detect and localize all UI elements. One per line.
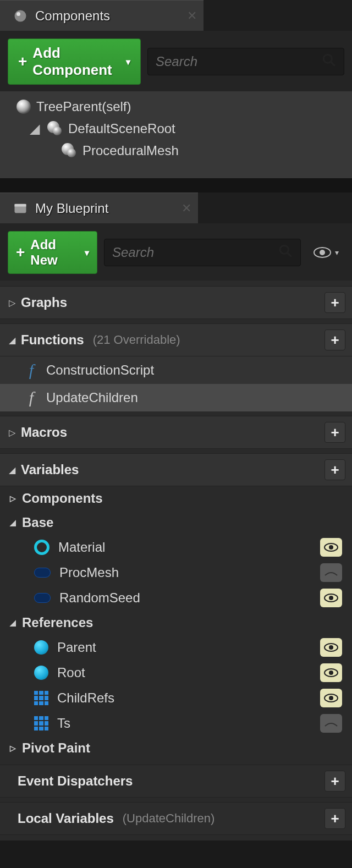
visibility-toggle[interactable] bbox=[320, 638, 342, 657]
variable-label: Ts bbox=[57, 716, 70, 731]
blueprint-search-input[interactable] bbox=[112, 245, 278, 260]
visibility-toggle[interactable] bbox=[320, 589, 342, 607]
category-label: Pivot Paint bbox=[22, 740, 90, 756]
variable-type-icon bbox=[34, 568, 51, 578]
category-label: Components bbox=[22, 491, 103, 506]
visibility-toggle[interactable] bbox=[320, 689, 342, 707]
functions-subtitle: (21 Overridable) bbox=[93, 333, 180, 347]
blueprint-body: ▷ Graphs + ◢ Functions (21 Overridable) … bbox=[0, 286, 352, 840]
local-variables-subtitle: (UpdateChildren) bbox=[123, 811, 215, 826]
add-new-label: Add New bbox=[30, 237, 76, 268]
function-label: UpdateChildren bbox=[46, 390, 138, 405]
variable-procmesh[interactable]: ProcMesh bbox=[0, 560, 352, 585]
components-tab[interactable]: Components ✕ bbox=[0, 0, 204, 31]
actor-icon bbox=[16, 100, 31, 114]
close-icon[interactable]: ✕ bbox=[182, 201, 191, 216]
caret-down-icon: ▾ bbox=[126, 57, 130, 67]
visibility-toggle[interactable] bbox=[320, 563, 342, 582]
variable-label: Parent bbox=[57, 640, 96, 655]
svg-point-6 bbox=[280, 245, 288, 254]
function-label: ConstructionScript bbox=[46, 362, 154, 378]
svg-point-9 bbox=[320, 250, 325, 255]
collapse-icon: ▷ bbox=[10, 744, 19, 752]
variable-label: RandomSeed bbox=[59, 590, 140, 606]
my-blueprint-panel: My Blueprint ✕ + Add New ▾ ▾ ▷ Graphs + bbox=[0, 193, 352, 840]
functions-section-header[interactable]: ◢ Functions (21 Overridable) + bbox=[0, 323, 352, 356]
add-event-dispatcher-button[interactable]: + bbox=[324, 771, 345, 792]
add-function-button[interactable]: + bbox=[324, 329, 345, 350]
procmesh-label: ProceduralMesh bbox=[82, 143, 179, 158]
add-macro-button[interactable]: + bbox=[324, 422, 345, 443]
visibility-toggle[interactable] bbox=[320, 663, 342, 682]
function-updatechildren[interactable]: f UpdateChildren bbox=[0, 384, 352, 411]
macros-section-header[interactable]: ▷ Macros + bbox=[0, 416, 352, 449]
svg-point-0 bbox=[15, 10, 26, 21]
view-options-button[interactable]: ▾ bbox=[307, 246, 344, 259]
components-tab-bar: Components ✕ bbox=[0, 0, 352, 31]
tree-scene-root-row[interactable]: ◢ DefaultSceneRoot bbox=[0, 118, 352, 140]
add-new-button[interactable]: + Add New ▾ bbox=[8, 231, 97, 274]
caret-down-icon: ▾ bbox=[85, 248, 89, 258]
components-tab-icon bbox=[12, 8, 29, 24]
variable-material[interactable]: Material bbox=[0, 535, 352, 560]
variable-ts[interactable]: Ts bbox=[0, 711, 352, 736]
blueprint-toolbar: + Add New ▾ ▾ bbox=[0, 223, 352, 281]
graphs-title: Graphs bbox=[21, 295, 67, 310]
svg-point-17 bbox=[329, 671, 333, 675]
svg-point-19 bbox=[329, 696, 333, 700]
blueprint-tab-bar: My Blueprint ✕ bbox=[0, 193, 352, 223]
scene-root-label: DefaultSceneRoot bbox=[68, 121, 175, 136]
tree-root-row[interactable]: TreeParent(self) bbox=[0, 96, 352, 118]
blueprint-search[interactable] bbox=[104, 239, 301, 266]
search-icon bbox=[278, 244, 293, 261]
close-icon[interactable]: ✕ bbox=[187, 9, 197, 23]
expand-icon[interactable]: ◢ bbox=[30, 121, 40, 136]
collapse-icon: ▷ bbox=[9, 427, 18, 438]
components-search[interactable] bbox=[147, 48, 344, 75]
svg-point-13 bbox=[329, 596, 333, 600]
variable-parent[interactable]: Parent bbox=[0, 635, 352, 660]
add-component-button[interactable]: + Add Component ▾ bbox=[8, 39, 141, 85]
blueprint-tab-icon bbox=[12, 200, 29, 217]
scene-component-icon bbox=[59, 143, 77, 158]
variable-type-icon bbox=[34, 640, 48, 655]
visibility-toggle[interactable] bbox=[320, 714, 342, 733]
function-constructionscript[interactable]: f ConstructionScript bbox=[0, 356, 352, 384]
function-icon: f bbox=[24, 388, 38, 407]
visibility-toggle[interactable] bbox=[320, 538, 342, 557]
variable-type-icon bbox=[34, 593, 51, 603]
variable-label: ProcMesh bbox=[59, 565, 119, 580]
category-base[interactable]: ◢ Base bbox=[0, 510, 352, 535]
my-blueprint-tab[interactable]: My Blueprint ✕ bbox=[0, 193, 198, 223]
event-dispatchers-header[interactable]: Event Dispatchers + bbox=[0, 765, 352, 798]
variables-section-header[interactable]: ◢ Variables + bbox=[0, 453, 352, 486]
add-local-variable-button[interactable]: + bbox=[324, 808, 345, 829]
local-variables-header[interactable]: Local Variables (UpdateChildren) + bbox=[0, 802, 352, 835]
array-type-icon bbox=[34, 691, 48, 705]
variable-type-icon bbox=[34, 666, 48, 680]
panel-divider bbox=[0, 178, 352, 193]
expand-icon: ◢ bbox=[10, 618, 19, 627]
macros-title: Macros bbox=[21, 425, 67, 440]
graphs-section-header[interactable]: ▷ Graphs + bbox=[0, 286, 352, 319]
local-variables-title: Local Variables bbox=[18, 811, 114, 826]
svg-point-11 bbox=[329, 545, 333, 550]
category-components[interactable]: ▷ Components bbox=[0, 486, 352, 510]
variables-title: Variables bbox=[21, 462, 79, 477]
plus-icon: + bbox=[16, 244, 25, 261]
plus-icon: + bbox=[18, 53, 27, 70]
variable-root[interactable]: Root bbox=[0, 660, 352, 685]
array-type-icon bbox=[34, 716, 48, 730]
tree-procmesh-row[interactable]: ProceduralMesh bbox=[0, 140, 352, 162]
svg-point-1 bbox=[16, 12, 20, 16]
variable-label: ChildRefs bbox=[57, 690, 114, 706]
category-pivot-paint[interactable]: ▷ Pivot Paint bbox=[0, 736, 352, 760]
components-search-input[interactable] bbox=[156, 54, 322, 69]
variable-randomseed[interactable]: RandomSeed bbox=[0, 585, 352, 611]
category-references[interactable]: ◢ References bbox=[0, 611, 352, 635]
variable-label: Material bbox=[58, 540, 105, 555]
add-variable-button[interactable]: + bbox=[324, 459, 345, 480]
add-graph-button[interactable]: + bbox=[324, 292, 345, 313]
variable-childrefs[interactable]: ChildRefs bbox=[0, 685, 352, 711]
expand-icon: ◢ bbox=[10, 518, 19, 527]
